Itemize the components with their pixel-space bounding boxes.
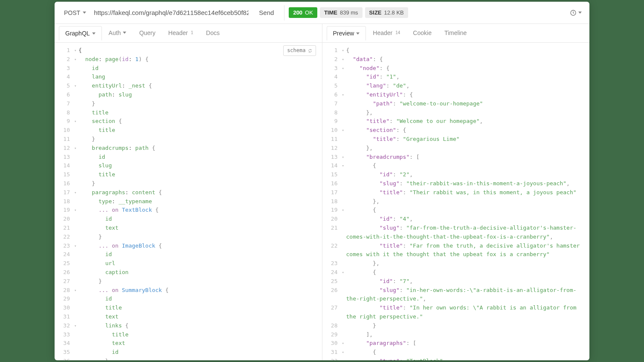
code-line: 30▾ "paragraphs": [ [322,339,590,348]
time-label: TIME [324,9,337,16]
chevron-down-icon [83,12,86,14]
code-line: 25 "id": "7", [322,277,590,286]
code-line: 23▾ ... on ImageBlock { [55,242,322,251]
panes: GraphQL Auth Query Header 1 Docs schema [55,24,589,360]
chevron-down-icon [578,12,582,14]
code-line: 19▾ { [322,206,590,215]
chevron-down-icon [123,32,126,34]
code-line: 21 "slug": "far-from-the-truth-a-decisiv… [322,224,590,242]
code-line: 26 "slug": "in-her-own-words:-\"a-rabbit… [322,286,590,304]
code-line: 7 "path": "welcome-to-our-homepage" [322,99,590,108]
code-line: 23 }, [322,259,590,268]
request-subtabs: GraphQL Auth Query Header 1 Docs [55,24,322,43]
response-viewer[interactable]: 1▾{2▾ "data": {3▾ "node": {4 "id": "1",5… [322,43,590,360]
refresh-icon [308,49,312,53]
history-button[interactable] [568,8,583,18]
code-line: 22 "title": "Far from the truth, a decis… [322,242,590,260]
code-line: 1▾{ [55,46,322,55]
time-badge: TIME 839 ms [320,7,363,18]
code-line: 24 id [55,250,322,259]
request-editor[interactable]: schema 1▾{2▾ node: page(id: 1) {3 id4 la… [55,43,322,360]
clock-icon [570,9,577,16]
code-line: 4 lang [55,73,322,82]
size-label: SIZE [369,9,382,16]
code-line: 9▾ section { [55,117,322,126]
code-line: 10 title [55,126,322,135]
code-line: 18 type: __typename [55,197,322,206]
code-line: 28▾ ... on SummaryBlock { [55,286,322,295]
code-line: 7 } [55,99,322,108]
code-line: 6 path: slug [55,90,322,99]
code-line: 22 } [55,233,322,242]
code-line: 5▾ entityUrl: _nest { [55,82,322,90]
code-line: 14▾ { [322,161,590,170]
code-line: 17 "title": "Their rabbit was, in this m… [322,188,590,197]
code-line: 8 }, [322,108,590,117]
code-line: 27 } [55,277,322,286]
code-line: 29 ], [322,330,590,339]
code-line: 2▾ "data": { [322,55,590,64]
code-line: 14 slug [55,161,322,170]
code-line: 6▾ "entityUrl": { [322,90,590,99]
code-line: 13▾ "breadcrumps": [ [322,153,590,162]
code-line: 32 "type": "TextBlock", [322,357,590,360]
tab-graphql[interactable]: GraphQL [59,26,102,41]
code-line: 20 "id": "4", [322,215,590,224]
header-count: 1 [191,30,193,35]
status-code: 200 [293,9,302,16]
code-line: 1▾{ [322,46,590,55]
status-badge: 200 OK [289,7,317,18]
code-line: 31 text [55,312,322,321]
code-line: 11 "title": "Gregarious Lime" [322,135,590,144]
code-line: 28 } [322,321,590,330]
code-line: 31▾ { [322,348,590,357]
code-line: 9 "title": "Welcome to our homepage", [322,117,590,126]
code-line: 3▾ "node": { [322,64,590,73]
code-line: 3 id [55,64,322,73]
code-line: 13 id [55,153,322,162]
code-line: 16 } [55,179,322,188]
code-line: 15 "id": "2", [322,170,590,179]
code-line: 36 } [55,357,322,360]
size-value: 12.8 KB [384,9,404,16]
code-line: 16 "slug": "their-rabbit-was-in-this-mom… [322,179,590,188]
tab-cookie[interactable]: Cookie [407,26,438,41]
send-button[interactable]: Send [253,6,280,19]
tab-query[interactable]: Query [133,26,161,41]
response-pane: Preview Header 14 Cookie Timeline 1▾{2▾ … [322,24,590,360]
url-input[interactable] [92,6,250,19]
tab-timeline[interactable]: Timeline [438,26,473,41]
chevron-down-icon [356,32,360,35]
tab-docs[interactable]: Docs [200,26,226,41]
code-line: 15 title [55,170,322,179]
code-line: 26 caption [55,268,322,277]
tab-auth[interactable]: Auth [103,26,133,41]
response-subtabs: Preview Header 14 Cookie Timeline [322,24,590,43]
code-line: 8 title [55,108,322,117]
code-line: 10▾ "section": { [322,126,590,135]
time-value: 839 ms [340,9,358,16]
code-line: 11 } [55,135,322,144]
code-line: 20 id [55,215,322,224]
code-line: 4 "id": "1", [322,73,590,82]
code-line: 29 id [55,295,322,304]
http-method-select[interactable]: POST [61,7,90,19]
code-line: 25 url [55,259,322,268]
code-line: 32▾ links { [55,321,322,330]
tab-header[interactable]: Header 1 [162,26,199,41]
topbar: POST Send 200 OK TIME 839 ms SIZE 12.8 K… [55,2,589,24]
request-pane: GraphQL Auth Query Header 1 Docs schema [55,24,322,360]
code-line: 17▾ paragraphs: content { [55,188,322,197]
schema-button[interactable]: schema [283,45,316,56]
code-line: 2▾ node: page(id: 1) { [55,55,322,64]
size-badge: SIZE 12.8 KB [365,7,408,18]
code-line: 35 id [55,348,322,357]
code-line: 19▾ ... on TextBlock { [55,206,322,215]
code-line: 34 text [55,339,322,348]
tab-preview[interactable]: Preview [327,26,366,41]
code-line: 27 "title": "In her own words: \"A rabbi… [322,304,590,321]
divider [284,5,284,20]
code-line: 18 }, [322,197,590,206]
tab-response-header[interactable]: Header 14 [367,26,406,41]
code-line: 12▾ breadcrumps: path { [55,144,322,153]
